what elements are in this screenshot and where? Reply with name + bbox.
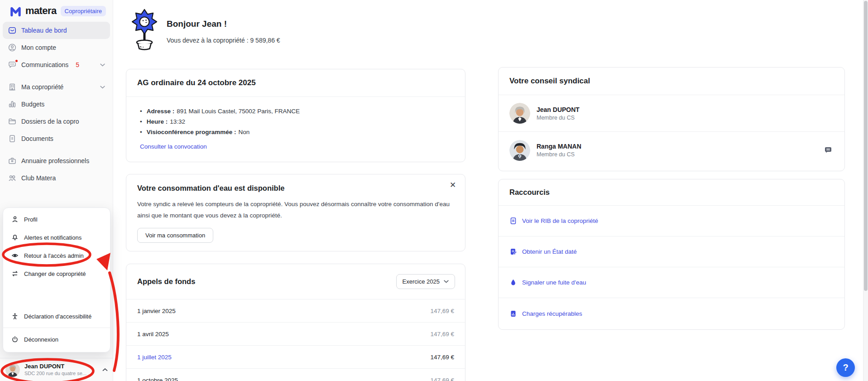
message-member-icon[interactable] [824,146,833,155]
chat-bubble-icon [8,60,17,69]
shortcut-label: Charges récupérables [522,310,582,317]
fund-row: 1 janvier 2025 147,69 € [126,299,465,323]
water-consumption-card: Votre consommation d'eau est disponible … [126,174,465,251]
sidebar-item-mon-compte[interactable]: Mon compte [3,39,110,56]
user-switcher[interactable]: Jean DUPONT SDC 200 rue du quatre se... [0,358,113,381]
sidebar-item-budgets[interactable]: Budgets [3,96,110,113]
sidebar-item-annuaire[interactable]: Annuaire professionnels [3,152,110,169]
swap-arrows-icon [11,270,19,277]
funds-card-header: Appels de fonds Exercice 2025 [126,264,465,299]
ag-card: AG ordinaire du 24 octobre 2025 •Adresse… [126,69,465,162]
communications-count-badge: 5 [76,61,79,68]
fund-date: 1 avril 2025 [137,331,169,338]
flower-illustration [131,8,158,53]
avatar [509,103,530,124]
sidebar-item-tableau-de-bord[interactable]: Tableau de bord [3,22,110,39]
sidebar-item-label: Tableau de bord [21,27,67,34]
exercice-select[interactable]: Exercice 2025 [396,274,455,289]
help-button[interactable]: ? [836,358,855,377]
ag-detail-visio: •Visioconférence programmée :Non [137,127,454,137]
shortcut-fuite-eau[interactable]: Signaler une fuite d'eau [499,267,844,298]
fund-amount: 147,69 € [430,331,454,338]
ag-detail-heure: •Heure :13:32 [137,116,454,127]
close-icon[interactable]: ✕ [448,180,458,190]
chevron-up-icon [102,368,108,371]
sidebar-item-dossiers[interactable]: Dossiers de la copro [3,113,110,130]
matera-logo-icon [10,5,21,17]
shortcut-etat-date[interactable]: Obtenir un État daté [499,236,844,267]
member-role: Membre du CS [537,115,580,121]
menu-item-profil[interactable]: Profil [3,210,110,228]
document-icon [8,134,17,143]
menu-item-deconnexion[interactable]: Déconnexion [3,330,110,348]
bell-icon [11,234,19,241]
person-icon [11,216,19,223]
funds-card: Appels de fonds Exercice 2025 1 janvier … [126,264,465,381]
shortcut-label: Obtenir un État daté [522,248,577,255]
user-subtitle: SDC 200 rue du quatre se... [24,370,86,376]
chevron-down-icon [100,86,105,89]
menu-item-label: Changer de copropriété [24,270,86,277]
menu-item-label: Déclaration d'accessibilité [24,313,91,320]
scrollbar-thumb[interactable] [864,1,868,291]
water-card-text: Votre syndic a relevé les compteurs de l… [137,198,457,221]
member-name: Jean DUPONT [537,106,580,113]
chevron-down-icon [100,63,105,67]
bullet: • [140,127,142,137]
page-greeting: Bonjour Jean ! [167,19,280,29]
sidebar-nav: Tableau de bord Mon compte Communication… [0,22,113,187]
user-menu-popup: Profil Alertes et notifications Retour à… [3,207,110,352]
scrollbar-track [863,0,868,381]
ag-detail-value: Non [239,127,250,137]
bullet: • [140,106,142,116]
council-member-row: Ranga MANAN Membre du CS [499,132,844,169]
folder-icon [8,117,17,126]
greeting-header: Bonjour Jean ! Vous devez à la coproprié… [131,8,280,53]
council-member-row: Jean DUPONT Membre du CS [499,95,844,132]
avatar [509,140,530,161]
balance-text: Vous devez à la copropriété : 9 589,86 € [167,37,280,44]
ag-card-body: •Adresse :891 Mail Louis Castel, 75002 P… [126,97,465,159]
sidebar-item-club-matera[interactable]: Club Matera [3,169,110,187]
sidebar-item-ma-copropriete[interactable]: Ma copropriété [3,78,110,96]
voir-consommation-button[interactable]: Voir ma consommation [137,228,213,243]
people-icon [8,174,17,183]
eye-icon [11,252,19,259]
menu-item-label: Profil [24,216,38,223]
menu-divider [3,328,110,328]
sidebar-item-documents[interactable]: Documents [3,130,110,147]
logo-text: matera [25,5,57,17]
fund-date-link[interactable]: 1 juillet 2025 [137,354,172,361]
shortcut-label: Signaler une fuite d'eau [522,279,586,286]
ag-detail-adresse: •Adresse :891 Mail Louis Castel, 75002 P… [137,106,454,116]
sidebar-item-label: Documents [21,135,53,142]
menu-item-changer-copropriete[interactable]: Changer de copropriété [3,265,110,283]
menu-item-alertes[interactable]: Alertes et notifications [3,228,110,246]
funds-card-title: Appels de fonds [137,277,195,286]
fund-amount: 147,69 € [430,308,454,314]
nav-spacer [0,73,113,78]
power-icon [11,336,19,343]
sidebar-item-communications[interactable]: Communications 5 [3,56,110,73]
shortcut-charges[interactable]: Charges récupérables [499,298,844,329]
ag-detail-label: Adresse : [147,106,175,116]
ag-detail-value: 891 Mail Louis Castel, 75002 Paris, FRAN… [177,106,300,116]
unread-dot [14,59,19,63]
sidebar-item-label: Ma copropriété [21,83,63,91]
convocation-link[interactable]: Consulter la convocation [140,143,207,150]
bullet: • [140,116,142,127]
fund-row: 1 juillet 2025 147,69 € [126,346,465,369]
ag-detail-value: 13:32 [170,116,185,127]
shortcut-label: Voir le RIB de la copropriété [522,217,598,224]
logo: matera Copropriétaire [10,4,106,18]
member-name: Ranga MANAN [537,143,581,150]
menu-item-declaration-accessibilite[interactable]: Déclaration d'accessibilité [3,307,110,325]
sidebar-item-label: Dossiers de la copro [21,118,79,125]
sidebar: matera Copropriétaire Tableau de bord Mo… [0,0,113,381]
chevron-down-icon [444,280,449,283]
fund-amount: 147,69 € [430,354,454,361]
shortcut-rib[interactable]: Voir le RIB de la copropriété [499,206,844,236]
menu-item-retour-acces-admin[interactable]: Retour à l'accès admin [3,246,110,265]
avatar [5,362,20,377]
sidebar-item-label: Annuaire professionnels [21,157,89,164]
